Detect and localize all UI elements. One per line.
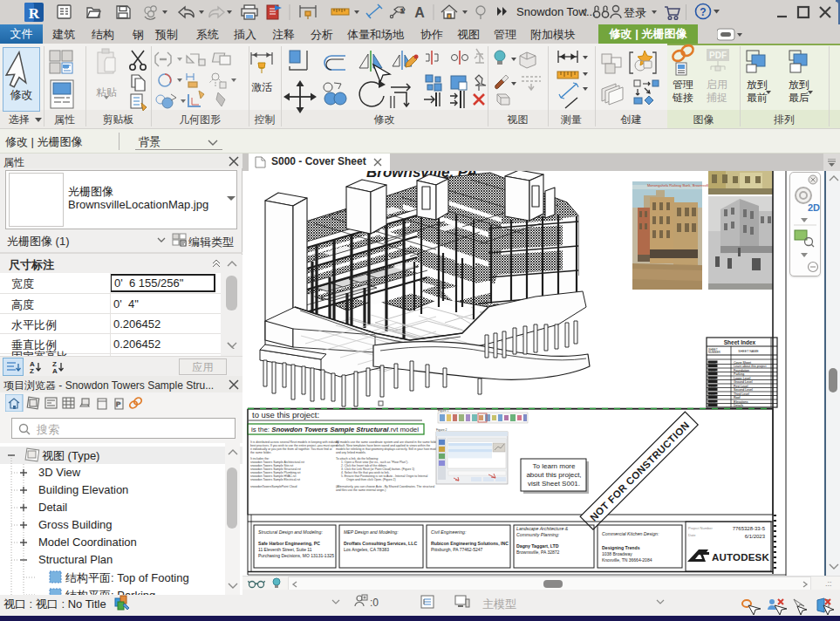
svg-text:the same folder.: the same folder. (250, 451, 271, 454)
svg-text:snowdon Towers Sample Electric: snowdon Towers Sample Electrical.rvt (250, 478, 300, 481)
svg-text:about this project,: about this project, (526, 471, 581, 479)
svg-text:Origin and then click Open. (F: Origin and then click Open. (Figure 2) (346, 478, 396, 481)
svg-text:is the: Snowdon Towers Sample: is the: Snowdon Towers Sample Structural… (251, 426, 419, 433)
svg-text:Z: Z (30, 367, 34, 374)
svg-text:Date: Date (688, 533, 696, 537)
svg-text:AUTODESK: AUTODESK (712, 552, 769, 563)
svg-text:Cover Sheet: Cover Sheet (734, 361, 751, 365)
svg-text:7765328-33-5: 7765328-33-5 (733, 526, 766, 531)
svg-text:Second Level: Second Level (734, 388, 753, 392)
svg-text:Ground Level: Ground Level (734, 380, 753, 384)
svg-text:Commercial Kitchen Design:: Commercial Kitchen Design: (602, 531, 659, 536)
svg-text:Details: Details (734, 404, 743, 407)
svg-text:snowdonTowersSamplePoint Cloud: snowdonTowersSamplePoint Cloud (250, 485, 297, 488)
svg-text:1: 1 (400, 7, 405, 15)
svg-text:R: R (29, 5, 40, 22)
svg-text:Lower Level: Lower Level (734, 377, 751, 380)
svg-text:P: P (116, 400, 120, 408)
svg-text:NUMBER: NUMBER (708, 351, 721, 354)
svg-text:SHEET NAME: SHEET NAME (738, 350, 759, 353)
svg-text:A: A (52, 367, 58, 374)
svg-text:Safe Harbor Engineering, PC: Safe Harbor Engineering, PC (258, 541, 320, 546)
svg-text:6/1/2023: 6/1/2023 (745, 534, 766, 539)
svg-text:Foundation: Foundation (734, 369, 749, 372)
svg-text:Monongahela Railway Bank, Brow: Monongahela Railway Bank, Brownsville, P… (647, 183, 717, 188)
svg-text:Landscape Architecture &: Landscape Architecture & (516, 526, 569, 531)
svg-text:Knoxville, TN 36664-2084: Knoxville, TN 36664-2084 (602, 557, 652, 563)
svg-text:and any linked models.: and any linked models. (336, 451, 366, 454)
svg-text:Designing Trends: Designing Trends (602, 545, 640, 550)
svg-text:Structural Design and Modeling: Structural Design and Modeling: (258, 529, 323, 535)
svg-text:Third Level: Third Level (734, 392, 749, 396)
svg-text:2D: 2D (808, 202, 820, 213)
svg-text:1038 Broadway: 1038 Broadway (602, 551, 632, 556)
svg-text:First Level: First Level (734, 385, 748, 388)
svg-text:Community Planning:: Community Planning: (516, 532, 560, 537)
svg-text:Purchasing Decisions, MO 13131: Purchasing Decisions, MO 13131-1325 (258, 553, 334, 558)
svg-text:Civil Engineering:: Civil Engineering: (431, 529, 467, 535)
svg-text:?: ? (700, 6, 706, 18)
svg-text:11 Eleventh Street, Suite 11: 11 Eleventh Street, Suite 11 (258, 547, 312, 552)
svg-text:Rubicon Engineering Solutions,: Rubicon Engineering Solutions, INC (431, 541, 509, 546)
svg-text:and files use the same interna: and files use the same internal origin.) (336, 488, 386, 492)
svg-text:Parking: Parking (734, 372, 744, 376)
svg-text:A: A (414, 5, 425, 20)
svg-text:Dagny Taggart, LTD: Dagny Taggart, LTD (516, 543, 559, 549)
svg-text:Project Number: Project Number (688, 526, 713, 530)
svg-text:Los Angeles, CA 78383: Los Angeles, CA 78383 (344, 547, 389, 552)
svg-text:to use this project:: to use this project: (252, 410, 319, 420)
svg-text:Learn about this project: Learn about this project (734, 365, 767, 368)
svg-text:To learn more: To learn more (533, 462, 576, 470)
svg-text:Figure 2: Figure 2 (436, 428, 447, 432)
svg-text:Sheet Index: Sheet Index (724, 339, 756, 345)
svg-text:visit Sheet S001.: visit Sheet S001. (528, 480, 580, 488)
svg-text:Figure 1: Figure 1 (438, 409, 449, 413)
svg-text:Brownsville, PA 32872: Brownsville, PA 32872 (516, 549, 560, 555)
svg-text:Elevations: Elevations (734, 400, 748, 404)
svg-text:PDF: PDF (709, 51, 727, 60)
svg-text:MEP Design and Modeling:: MEP Design and Modeling: (344, 529, 399, 535)
svg-text:Roof: Roof (734, 396, 741, 399)
svg-text:Pittsburgh, PA 77462-5247: Pittsburgh, PA 77462-5247 (431, 547, 483, 552)
svg-text:Droffats Consulting Services,: Droffats Consulting Services, LLC (344, 541, 417, 546)
